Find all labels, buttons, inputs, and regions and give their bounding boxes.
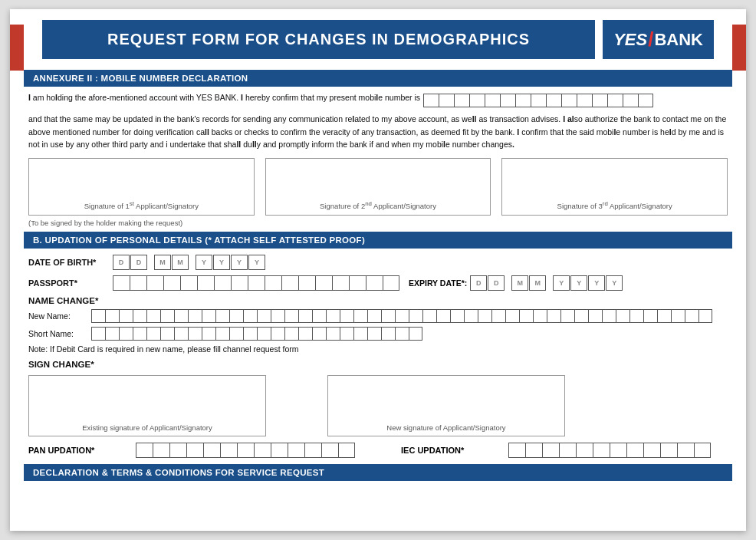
iec7[interactable] bbox=[610, 443, 626, 458]
nn19[interactable] bbox=[340, 309, 353, 323]
mobile-cell-12[interactable] bbox=[592, 94, 607, 107]
iec5[interactable] bbox=[576, 443, 593, 458]
nn6[interactable] bbox=[160, 309, 174, 323]
mobile-cell-7[interactable] bbox=[515, 94, 531, 107]
pan1[interactable] bbox=[136, 443, 153, 458]
sn12[interactable] bbox=[243, 327, 257, 341]
iec11[interactable] bbox=[677, 443, 694, 458]
nn35[interactable] bbox=[560, 309, 574, 323]
nn29[interactable] bbox=[478, 309, 491, 323]
exp-d2[interactable]: D bbox=[488, 275, 505, 291]
mobile-input-boxes[interactable] bbox=[423, 94, 653, 107]
sn6[interactable] bbox=[160, 327, 174, 341]
iec10[interactable] bbox=[660, 443, 677, 458]
sn14[interactable] bbox=[271, 327, 284, 341]
mobile-cell-14[interactable] bbox=[623, 94, 638, 107]
nn16[interactable] bbox=[298, 309, 312, 323]
p7[interactable] bbox=[214, 275, 231, 291]
mobile-cell-15[interactable] bbox=[638, 94, 653, 107]
p14[interactable] bbox=[332, 275, 349, 291]
p11[interactable] bbox=[281, 275, 298, 291]
nn1[interactable] bbox=[91, 309, 105, 323]
sn17[interactable] bbox=[312, 327, 326, 341]
nn28[interactable] bbox=[464, 309, 478, 323]
pan10[interactable] bbox=[288, 443, 304, 458]
sn3[interactable] bbox=[119, 327, 133, 341]
sn22[interactable] bbox=[381, 327, 395, 341]
pan5[interactable] bbox=[203, 443, 220, 458]
nn14[interactable] bbox=[271, 309, 284, 323]
mobile-cell-3[interactable] bbox=[454, 94, 469, 107]
sn8[interactable] bbox=[188, 327, 202, 341]
nn3[interactable] bbox=[119, 309, 133, 323]
nn26[interactable] bbox=[436, 309, 450, 323]
dob-y4[interactable]: Y bbox=[248, 255, 265, 270]
nn17[interactable] bbox=[312, 309, 326, 323]
nn34[interactable] bbox=[547, 309, 560, 323]
p1[interactable] bbox=[113, 275, 130, 291]
sn5[interactable] bbox=[146, 327, 160, 341]
sn21[interactable] bbox=[367, 327, 381, 341]
p2[interactable] bbox=[130, 275, 146, 291]
nn18[interactable] bbox=[326, 309, 340, 323]
dob-m1[interactable]: M bbox=[154, 255, 171, 270]
mobile-cell-13[interactable] bbox=[607, 94, 623, 107]
sn24[interactable] bbox=[409, 327, 422, 341]
sn23[interactable] bbox=[395, 327, 409, 341]
iec6[interactable] bbox=[593, 443, 610, 458]
iec8[interactable] bbox=[626, 443, 643, 458]
pan11[interactable] bbox=[304, 443, 321, 458]
nn12[interactable] bbox=[243, 309, 257, 323]
dob-y3[interactable]: Y bbox=[231, 255, 248, 270]
mobile-cell-10[interactable] bbox=[561, 94, 577, 107]
p3[interactable] bbox=[146, 275, 163, 291]
exp-y1[interactable]: Y bbox=[553, 275, 570, 291]
nn38[interactable] bbox=[602, 309, 616, 323]
iec12[interactable] bbox=[694, 443, 711, 458]
pan8[interactable] bbox=[254, 443, 271, 458]
nn27[interactable] bbox=[450, 309, 464, 323]
exp-y3[interactable]: Y bbox=[588, 275, 605, 291]
exp-m2[interactable]: M bbox=[529, 275, 546, 291]
sn11[interactable] bbox=[229, 327, 243, 341]
nn43[interactable] bbox=[671, 309, 685, 323]
nn39[interactable] bbox=[616, 309, 629, 323]
nn10[interactable] bbox=[215, 309, 229, 323]
nn2[interactable] bbox=[105, 309, 119, 323]
p15[interactable] bbox=[349, 275, 366, 291]
nn36[interactable] bbox=[574, 309, 588, 323]
nn33[interactable] bbox=[533, 309, 547, 323]
pan6[interactable] bbox=[220, 443, 237, 458]
pan-input[interactable] bbox=[136, 443, 355, 458]
exp-d1[interactable]: D bbox=[470, 275, 487, 291]
nn20[interactable] bbox=[353, 309, 367, 323]
sn19[interactable] bbox=[340, 327, 353, 341]
iec2[interactable] bbox=[525, 443, 542, 458]
dob-d2[interactable]: D bbox=[130, 255, 147, 270]
nn44[interactable] bbox=[685, 309, 698, 323]
p17[interactable] bbox=[383, 275, 399, 291]
nn31[interactable] bbox=[505, 309, 519, 323]
exp-y4[interactable]: Y bbox=[606, 275, 623, 291]
dob-y2[interactable]: Y bbox=[213, 255, 230, 270]
pan12[interactable] bbox=[321, 443, 338, 458]
nn9[interactable] bbox=[202, 309, 215, 323]
pan7[interactable] bbox=[237, 443, 254, 458]
iec1[interactable] bbox=[508, 443, 525, 458]
sn16[interactable] bbox=[298, 327, 312, 341]
nn32[interactable] bbox=[519, 309, 533, 323]
pan9[interactable] bbox=[271, 443, 288, 458]
short-name-input[interactable] bbox=[91, 327, 422, 341]
p16[interactable] bbox=[366, 275, 383, 291]
sn1[interactable] bbox=[91, 327, 105, 341]
mobile-cell-11[interactable] bbox=[577, 94, 592, 107]
dob-d1[interactable]: D bbox=[113, 255, 130, 270]
dob-m2[interactable]: M bbox=[172, 255, 189, 270]
sn2[interactable] bbox=[105, 327, 119, 341]
exp-y2[interactable]: Y bbox=[570, 275, 587, 291]
sn15[interactable] bbox=[284, 327, 298, 341]
p9[interactable] bbox=[248, 275, 265, 291]
p6[interactable] bbox=[197, 275, 214, 291]
nn13[interactable] bbox=[257, 309, 271, 323]
nn11[interactable] bbox=[229, 309, 243, 323]
